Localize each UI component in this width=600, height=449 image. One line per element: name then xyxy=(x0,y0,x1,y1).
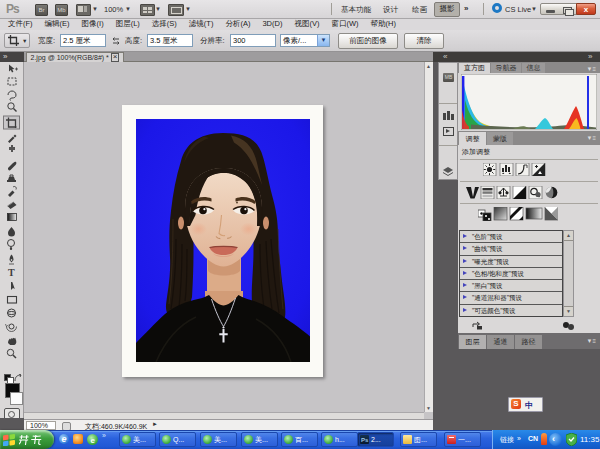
svg-text:T: T xyxy=(8,267,15,278)
